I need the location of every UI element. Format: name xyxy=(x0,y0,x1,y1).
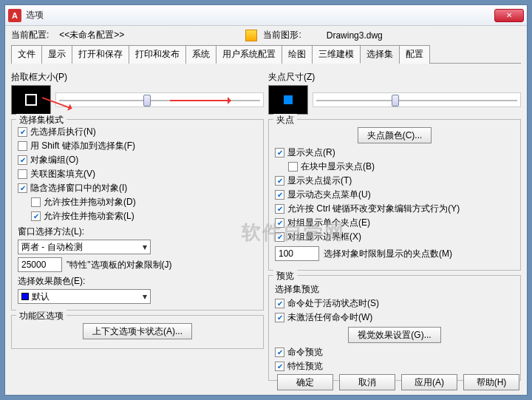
check-row-hatch_assoc: 关联图案填充(V) xyxy=(18,168,257,180)
drawing-value: Drawing3.dwg xyxy=(327,30,383,41)
grip-limit-input[interactable] xyxy=(275,246,319,261)
drawing-label: 当前图形: xyxy=(263,29,301,41)
app-icon: A xyxy=(8,9,21,22)
checkbox-ctrl_cycle[interactable] xyxy=(275,204,284,214)
check-row-group_bbox: 对组显示边界框(X) xyxy=(275,231,514,243)
window-method-label: 窗口选择方法(L): xyxy=(18,226,257,238)
check-row-ctrl_cycle: 允许按 Ctrl 键循环改变对象编辑方式行为(Y) xyxy=(275,203,514,215)
annotation-arrow xyxy=(170,100,229,101)
check-row-cmd_preview: 命令预览 xyxy=(275,346,514,359)
group-title: 选择集模式 xyxy=(16,114,66,126)
checkbox-label: 显示动态夹点菜单(U) xyxy=(287,189,371,201)
checkbox-dyn_grip_menu[interactable] xyxy=(275,190,284,200)
tab-2[interactable]: 打开和保存 xyxy=(72,45,129,64)
check-row-implied_window: 隐含选择窗口中的对象(I) xyxy=(18,182,257,194)
checkbox-label: 特性预览 xyxy=(287,360,323,373)
checkbox-label: 关联图案填充(V) xyxy=(30,168,95,180)
checkbox-label: 命令预览 xyxy=(287,346,323,359)
grip-color-button[interactable]: 夹点颜色(C)... xyxy=(358,127,432,143)
check-row-prop_preview: 特性预览 xyxy=(275,360,514,373)
check-row-press_drag_lasso: 允许按住并拖动套索(L) xyxy=(31,210,257,223)
checkbox-prop_preview[interactable] xyxy=(275,362,284,371)
checkbox-cmd_preview[interactable] xyxy=(275,348,284,357)
checkbox-noun_verb[interactable] xyxy=(18,127,27,137)
checkbox-press_drag[interactable] xyxy=(31,197,41,207)
check-row-noun_verb: 先选择后执行(N) xyxy=(18,126,257,138)
check-row-grips_in_block: 在块中显示夹点(B) xyxy=(288,160,514,173)
checkbox-press_drag_lasso[interactable] xyxy=(31,211,41,221)
drawing-icon xyxy=(245,30,257,41)
check-row-shift_add: 用 Shift 键添加到选择集(F) xyxy=(18,140,257,152)
checkbox-label: 命令处于活动状态时(S) xyxy=(287,297,379,310)
check-row-press_drag: 允许按住并拖动对象(D) xyxy=(31,196,257,209)
pickbox-preview xyxy=(11,85,51,115)
checkbox-label: 对组显示单个夹点(E) xyxy=(287,217,370,229)
tab-5[interactable]: 用户系统配置 xyxy=(216,45,282,64)
tab-9[interactable]: 配置 xyxy=(399,45,430,64)
check-row-obj_group: 对象编组(O) xyxy=(18,154,257,166)
checkbox-shift_add[interactable] xyxy=(18,141,27,151)
checkbox-label: 在块中显示夹点(B) xyxy=(301,160,375,173)
checkbox-label: 对组显示边界框(X) xyxy=(287,231,361,243)
checkbox-no_active_cmd[interactable] xyxy=(275,313,284,322)
grip-size-label: 夹点尺寸(Z) xyxy=(268,71,521,84)
tab-1[interactable]: 显示 xyxy=(41,45,72,64)
cancel-button[interactable]: 取消 xyxy=(339,374,395,390)
context-tab-state-button[interactable]: 上下文选项卡状态(A)... xyxy=(83,323,192,339)
checkbox-label: 显示夹点提示(T) xyxy=(287,174,352,187)
checkbox-obj_group[interactable] xyxy=(18,155,27,165)
group-title: 功能区选项 xyxy=(16,310,66,322)
ok-button[interactable]: 确定 xyxy=(277,374,333,390)
checkbox-label: 未激活任何命令时(W) xyxy=(287,311,372,324)
tab-7[interactable]: 三维建模 xyxy=(312,45,361,64)
preview-group: 预览 选择集预览 命令处于活动状态时(S)未激活任何命令时(W) 视觉效果设置(… xyxy=(268,275,521,381)
checkbox-label: 允许按住并拖动对象(D) xyxy=(44,196,136,209)
visual-effect-button[interactable]: 视觉效果设置(G)... xyxy=(348,327,440,343)
effect-color-label: 选择效果颜色(E): xyxy=(18,275,257,288)
group-title: 预览 xyxy=(273,270,297,282)
check-row-show_grips: 显示夹点(R) xyxy=(275,146,514,159)
check-row-group_single: 对组显示单个夹点(E) xyxy=(275,217,514,229)
tab-4[interactable]: 系统 xyxy=(185,45,216,64)
tab-6[interactable]: 绘图 xyxy=(282,45,313,64)
checkbox-hatch_assoc[interactable] xyxy=(18,169,27,179)
check-row-grip_tips: 显示夹点提示(T) xyxy=(275,174,514,187)
window-method-combo[interactable]: 两者 - 自动检测 xyxy=(18,240,151,254)
checkbox-show_grips[interactable] xyxy=(275,148,284,157)
checkbox-label: 显示夹点(R) xyxy=(287,146,335,159)
tab-0[interactable]: 文件 xyxy=(11,45,42,64)
checkbox-grip_tips[interactable] xyxy=(275,176,284,186)
check-row-dyn_grip_menu: 显示动态夹点菜单(U) xyxy=(275,189,514,201)
tabs: 文件显示打开和保存打印和发布系统用户系统配置绘图三维建模选择集配置 xyxy=(11,44,521,64)
close-button[interactable]: ✕ xyxy=(494,9,524,22)
checkbox-label: 用 Shift 键添加到选择集(F) xyxy=(30,140,135,152)
window-title: 选项 xyxy=(26,9,494,21)
preview-sub-label: 选择集预览 xyxy=(275,283,514,296)
grip-slider[interactable] xyxy=(313,92,521,107)
checkbox-group_single[interactable] xyxy=(275,218,284,228)
checkbox-group_bbox[interactable] xyxy=(275,232,284,242)
footer: 确定 取消 应用(A) 帮助(H) xyxy=(277,374,519,390)
checkbox-label: 允许按 Ctrl 键循环改变对象编辑方式行为(Y) xyxy=(287,203,460,215)
group-title: 夹点 xyxy=(273,114,297,126)
pickbox-size-label: 拾取框大小(P) xyxy=(11,71,264,84)
checkbox-grips_in_block[interactable] xyxy=(288,162,298,172)
tab-3[interactable]: 打印和发布 xyxy=(129,45,186,64)
profile-label: 当前配置: xyxy=(11,29,49,41)
grips-group: 夹点 夹点颜色(C)... 显示夹点(R)在块中显示夹点(B)显示夹点提示(T)… xyxy=(268,119,521,271)
tab-8[interactable]: 选择集 xyxy=(360,45,400,64)
effect-color-combo[interactable]: 默认 xyxy=(18,289,151,304)
apply-button[interactable]: 应用(A) xyxy=(401,374,457,390)
checkbox-cmd_active[interactable] xyxy=(275,299,284,308)
help-button[interactable]: 帮助(H) xyxy=(463,374,519,390)
ribbon-group: 功能区选项 上下文选项卡状态(A)... xyxy=(11,315,264,349)
check-row-no_active_cmd: 未激活任何命令时(W) xyxy=(275,311,514,324)
checkbox-label: 隐含选择窗口中的对象(I) xyxy=(30,182,127,194)
property-limit-input[interactable] xyxy=(18,257,62,272)
property-limit-label: "特性"选项板的对象限制(J) xyxy=(66,259,172,271)
pickbox-slider[interactable] xyxy=(55,92,264,107)
checkbox-implied_window[interactable] xyxy=(18,183,27,193)
check-row-cmd_active: 命令处于活动状态时(S) xyxy=(275,297,514,310)
grip-limit-label: 选择对象时限制显示的夹点数(M) xyxy=(324,248,452,260)
profile-value: <<未命名配置>> xyxy=(59,29,124,41)
